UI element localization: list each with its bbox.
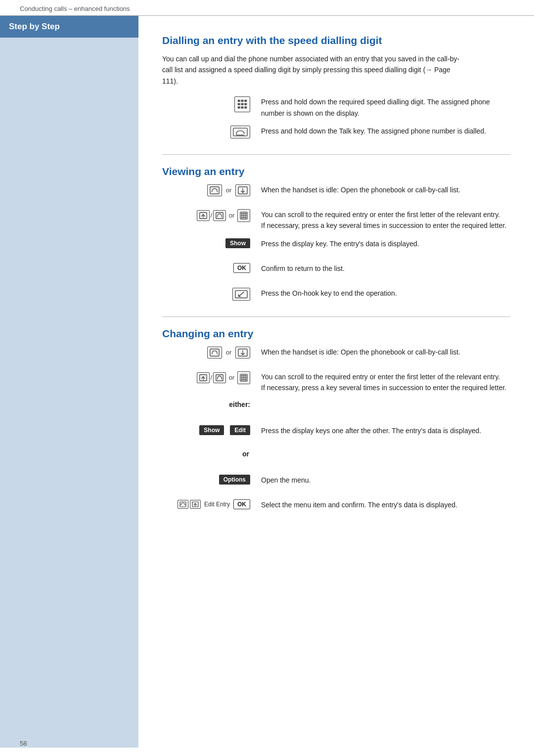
step-viewing-3: Show Press the display key. The entry's … [162, 238, 510, 256]
page-number: 58 [20, 740, 27, 747]
svg-rect-3 [238, 103, 240, 105]
svg-rect-4 [241, 103, 243, 105]
svg-rect-45 [245, 379, 246, 380]
svg-rect-38 [243, 375, 244, 376]
svg-rect-26 [243, 217, 244, 218]
svg-rect-2 [244, 100, 247, 102]
svg-rect-37 [241, 375, 242, 376]
show-key: Show [225, 238, 250, 248]
phonebook-icon [235, 184, 250, 196]
dialling-intro: You can call up and dial the phone numbe… [162, 53, 464, 87]
svg-rect-25 [241, 217, 242, 218]
icon-area-keypad [162, 96, 261, 112]
sidebar: Step by Step [0, 16, 138, 748]
icon-area-ok: OK [162, 263, 261, 273]
icon-area-talkkey [162, 126, 261, 138]
phonebook-icon-2 [235, 347, 250, 358]
svg-rect-20 [243, 213, 244, 214]
icon-area-show: Show [162, 238, 261, 248]
talkkey-icon [230, 126, 250, 138]
svg-rect-43 [241, 379, 242, 380]
step-viewing-5-text: Press the On-hook key to end the operati… [261, 288, 510, 299]
ok-key: OK [233, 263, 250, 273]
divider-2 [162, 316, 510, 317]
svg-rect-44 [243, 379, 244, 380]
svg-rect-23 [243, 215, 244, 216]
svg-rect-6 [238, 106, 240, 108]
phonebook-up-icon [197, 210, 210, 221]
handset-icon-3 [207, 347, 222, 358]
phonebook-small-icon [190, 500, 201, 509]
section-changing: Changing an entry or [162, 328, 510, 517]
step-show-edit-text: Press the display keys one after the oth… [261, 425, 510, 436]
icon-area-nav-keypad: / or [162, 209, 261, 222]
svg-rect-19 [241, 213, 242, 214]
step-dialling-2-text: Press and hold down the Talk key. The as… [261, 126, 510, 136]
or-label: or [162, 450, 250, 458]
icon-area-handset-phonebook: or [162, 184, 261, 196]
edit-key: Edit [230, 425, 250, 435]
keypad-small-icon [237, 209, 250, 222]
icon-area-edit-entry: Edit Entry OK [162, 499, 261, 509]
svg-rect-22 [241, 215, 242, 216]
svg-rect-27 [245, 217, 246, 218]
section-dialling: Dialling an entry with the speed diallin… [162, 35, 510, 143]
breadcrumb: Conducting calls – enhanced functions [0, 0, 534, 16]
svg-rect-12 [210, 187, 219, 194]
icon-area-or: or [162, 450, 261, 458]
icon-area-onhook [162, 288, 261, 301]
step-changing-or: or [162, 450, 510, 468]
options-key: Options [219, 475, 250, 485]
step-viewing-5: Press the On-hook key to end the operati… [162, 288, 510, 306]
dialling-title: Dialling an entry with the speed diallin… [162, 35, 510, 46]
step-viewing-3-text: Press the display key. The entry's data … [261, 238, 510, 249]
svg-rect-5 [244, 103, 247, 105]
either-label: either: [229, 400, 250, 408]
icon-area-show-edit: Show Edit [162, 425, 261, 435]
step-changing-1-text: When the handset is idle: Open the phone… [261, 347, 510, 357]
step-changing-edit-entry: Edit Entry OK Select the menu item and c… [162, 499, 510, 517]
step-dialling-1-text: Press and hold down the required speed d… [261, 96, 510, 119]
svg-rect-35 [216, 375, 223, 381]
step-dialling-2: Press and hold down the Talk key. The as… [162, 126, 510, 143]
svg-rect-30 [210, 349, 219, 356]
step-edit-entry-text: Select the menu item and confirm. The en… [261, 499, 510, 510]
svg-rect-8 [244, 106, 247, 108]
step-viewing-1-text: When the handset is idle: Open the phone… [261, 184, 510, 195]
svg-rect-0 [238, 100, 240, 102]
svg-rect-17 [216, 213, 223, 219]
section-viewing: Viewing an entry or [162, 166, 510, 306]
step-viewing-2-text: You can scroll to the required entry or … [261, 209, 510, 231]
handset-icon-2 [213, 210, 226, 221]
svg-rect-41 [243, 377, 244, 378]
icon-area-options: Options [162, 475, 261, 485]
svg-rect-42 [245, 377, 246, 378]
icon-area-either: either: [162, 400, 261, 408]
svg-rect-7 [241, 106, 243, 108]
step-changing-options: Options Open the menu. [162, 475, 510, 492]
ok-key-2: OK [233, 499, 250, 509]
svg-rect-21 [245, 213, 246, 214]
svg-rect-39 [245, 375, 246, 376]
svg-rect-1 [241, 100, 243, 102]
icon-area-changing-nav: / or [162, 371, 261, 384]
step-viewing-4: OK Confirm to return to the list. [162, 263, 510, 281]
handset-small-icon [178, 500, 188, 509]
step-viewing-1: or When the handset is idle: [162, 184, 510, 202]
sidebar-title: Step by Step [0, 16, 138, 38]
handset-icon [207, 184, 222, 196]
step-changing-either: either: [162, 400, 510, 418]
step-changing-2: / or [162, 371, 510, 394]
viewing-title: Viewing an entry [162, 166, 510, 178]
page: Conducting calls – enhanced functions St… [0, 0, 534, 756]
show-key-2: Show [199, 425, 224, 435]
step-changing-2-text: You can scroll to the required entry or … [261, 371, 510, 394]
step-changing-show-edit: Show Edit Press the display keys one aft… [162, 425, 510, 443]
phonebook-up-icon-2 [197, 372, 210, 383]
step-changing-1: or When the handset is idle: Open the ph… [162, 347, 510, 364]
keypad-icon [234, 96, 250, 112]
handset-icon-4 [213, 372, 226, 383]
step-options-text: Open the menu. [261, 475, 510, 486]
content-area: Dialling an entry with the speed diallin… [138, 16, 534, 748]
changing-title: Changing an entry [162, 328, 510, 340]
